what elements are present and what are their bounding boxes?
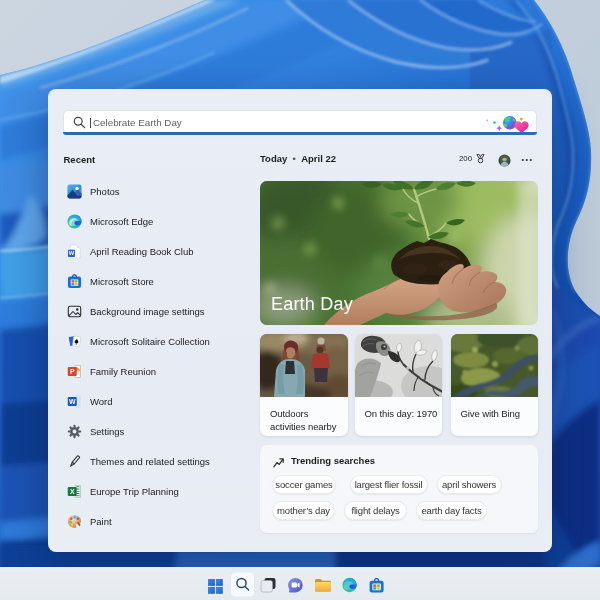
svg-text:P: P	[70, 368, 75, 375]
svg-text:W: W	[69, 250, 75, 256]
svg-text:W: W	[69, 398, 76, 405]
svg-text:X: X	[70, 488, 75, 495]
